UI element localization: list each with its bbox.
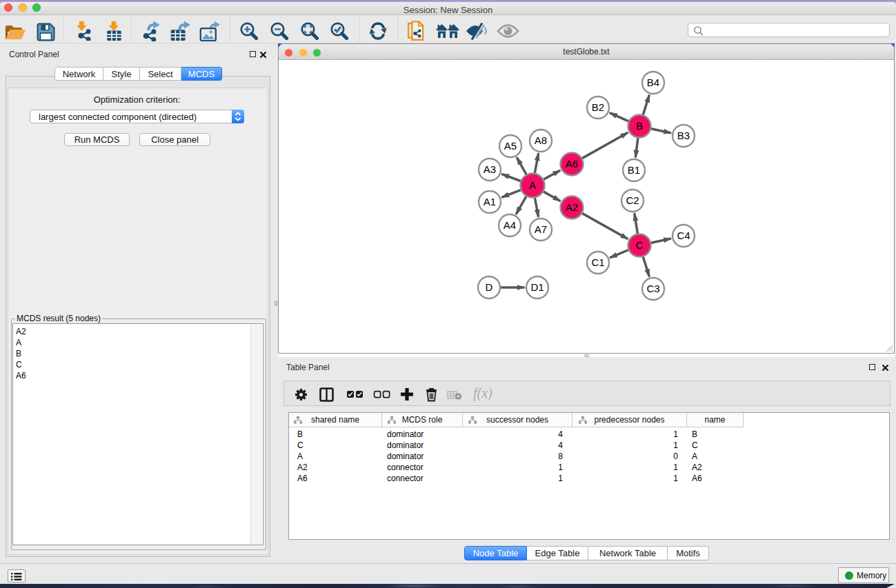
svg-text:D: D xyxy=(486,281,493,293)
svg-text:C3: C3 xyxy=(646,283,659,294)
svg-text:A3: A3 xyxy=(484,163,496,175)
svg-text:A8: A8 xyxy=(535,134,547,146)
svg-text:C: C xyxy=(636,239,644,251)
svg-text:A: A xyxy=(529,179,536,191)
svg-text:C1: C1 xyxy=(591,256,604,268)
svg-text:B1: B1 xyxy=(628,164,640,176)
svg-text:A7: A7 xyxy=(535,223,547,235)
svg-text:A1: A1 xyxy=(484,196,496,207)
svg-text:B2: B2 xyxy=(592,101,604,113)
svg-text:C4: C4 xyxy=(677,230,690,241)
svg-text:B: B xyxy=(636,120,643,132)
svg-text:C2: C2 xyxy=(626,194,639,206)
svg-text:B3: B3 xyxy=(677,130,690,141)
svg-text:A4: A4 xyxy=(504,219,516,231)
svg-text:B4: B4 xyxy=(647,77,659,88)
svg-text:D1: D1 xyxy=(530,281,544,293)
svg-text:A6: A6 xyxy=(566,158,578,170)
svg-text:A2: A2 xyxy=(566,201,578,213)
svg-text:A5: A5 xyxy=(504,140,517,152)
